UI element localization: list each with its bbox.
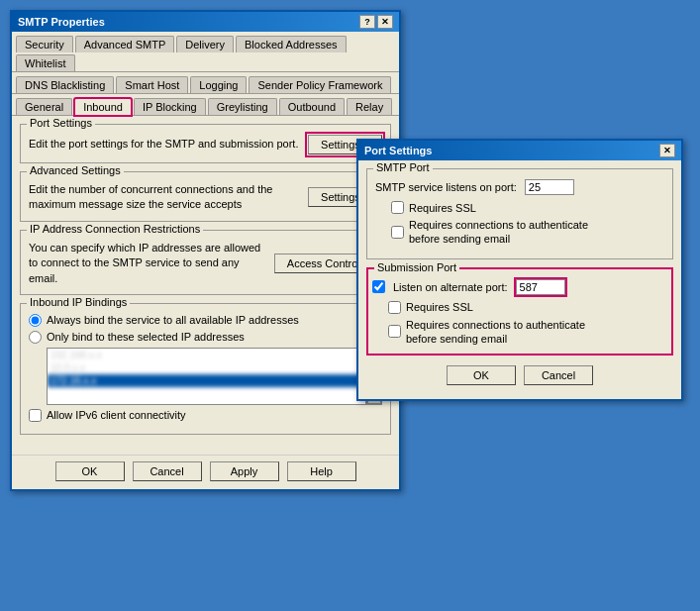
ipv6-checkbox[interactable]: [29, 409, 42, 422]
ip-listbox-container: 192.168.x.x 10.0.x.x 172.16.x.x ▲ ▼: [47, 348, 382, 405]
radio-all-label: Always bind the service to all available…: [47, 314, 299, 326]
smtp-port-group-title: SMTP Port: [373, 161, 433, 173]
submission-ssl-label: Requires SSL: [406, 301, 473, 313]
smtp-port-label: SMTP service listens on port:: [375, 181, 517, 193]
tab-sender-policy[interactable]: Sender Policy Framework: [249, 76, 391, 93]
port-settings-group-title: Port Settings: [27, 117, 95, 129]
smtp-ssl-row: Requires SSL: [391, 201, 664, 214]
advanced-settings-group: Advanced Settings Edit the number of con…: [20, 171, 391, 222]
smtp-auth-checkbox[interactable]: [391, 226, 404, 239]
ip-bindings-title: Inbound IP Bindings: [27, 296, 130, 308]
advanced-settings-title: Advanced Settings: [27, 164, 124, 176]
ip-restrictions-group: IP Address Connection Restrictions You c…: [20, 230, 391, 295]
smtp-auth-label: Requires connections to authenticate bef…: [409, 218, 607, 247]
help-button[interactable]: ?: [359, 15, 375, 29]
tabs-row-2: DNS Blacklisting Smart Host Logging Send…: [12, 72, 399, 94]
smtp-port-content: SMTP service listens on port: Requires S…: [375, 179, 664, 247]
smtp-ssl-checkbox[interactable]: [391, 201, 404, 214]
tab-outbound[interactable]: Outbound: [279, 98, 345, 115]
bottom-buttons: OK Cancel Apply Help: [12, 455, 399, 489]
dialog-ok-button[interactable]: OK: [447, 365, 516, 385]
port-settings-description: Edit the port settings for the SMTP and …: [29, 137, 300, 152]
tab-dns-blacklisting[interactable]: DNS Blacklisting: [16, 76, 114, 93]
tab-smart-host[interactable]: Smart Host: [116, 76, 188, 93]
tab-security[interactable]: Security: [16, 36, 73, 52]
submission-port-group: Submission Port Listen on alternate port…: [366, 267, 673, 356]
ipv6-label: Allow IPv6 client connectivity: [47, 409, 186, 421]
close-button[interactable]: ✕: [377, 15, 393, 29]
cancel-button[interactable]: Cancel: [133, 461, 202, 481]
submission-port-group-title: Submission Port: [374, 261, 459, 273]
title-bar-buttons: ? ✕: [359, 15, 393, 29]
tab-logging[interactable]: Logging: [190, 76, 247, 93]
submission-port-content: Listen on alternate port: Requires SSL R…: [372, 279, 667, 347]
smtp-properties-window: SMTP Properties ? ✕ Security Advanced SM…: [10, 10, 401, 491]
dialog-cancel-button[interactable]: Cancel: [524, 365, 593, 385]
port-settings-content: SMTP Port SMTP service listens on port: …: [358, 160, 681, 399]
submission-auth-row: Requires connections to authenticate bef…: [388, 318, 667, 347]
ip-bindings-content: Always bind the service to all available…: [29, 314, 382, 422]
ip-restrictions-title: IP Address Connection Restrictions: [27, 223, 203, 235]
apply-button[interactable]: Apply: [210, 461, 279, 481]
help-bottom-button[interactable]: Help: [287, 461, 356, 481]
ip-list-item-2[interactable]: 10.0.x.x: [48, 361, 365, 374]
port-settings-dialog-title: Port Settings: [364, 145, 432, 156]
ip-bindings-group: Inbound IP Bindings Always bind the serv…: [20, 303, 391, 435]
port-dialog-title-buttons: ✕: [659, 144, 675, 157]
port-settings-dialog: Port Settings ✕ SMTP Port SMTP service l…: [356, 139, 683, 401]
radio-all-input[interactable]: [29, 314, 42, 327]
tab-whitelist[interactable]: Whitelist: [16, 54, 75, 71]
tabs-row-3: General Inbound IP Blocking Greylisting …: [12, 94, 399, 116]
ip-list-item-1[interactable]: 192.168.x.x: [48, 349, 365, 361]
port-dialog-close-button[interactable]: ✕: [659, 144, 675, 157]
smtp-port-group: SMTP Port SMTP service listens on port: …: [366, 168, 673, 259]
tab-delivery[interactable]: Delivery: [176, 36, 234, 52]
ip-listbox[interactable]: 192.168.x.x 10.0.x.x 172.16.x.x: [47, 348, 366, 405]
submission-port-input[interactable]: [516, 279, 565, 295]
radio-all-addresses: Always bind the service to all available…: [29, 314, 382, 327]
smtp-auth-row: Requires connections to authenticate bef…: [391, 218, 664, 247]
dialog-ok-cancel: OK Cancel: [366, 365, 673, 391]
submission-port-row: Listen on alternate port:: [372, 279, 667, 295]
submission-listen-checkbox[interactable]: [372, 280, 385, 293]
ip-restrictions-content: You can specify which IP addresses are a…: [29, 241, 382, 286]
ok-button[interactable]: OK: [55, 461, 125, 481]
submission-auth-checkbox[interactable]: [388, 325, 401, 338]
advanced-settings-description: Edit the number of concurrent connection…: [29, 182, 300, 213]
submission-auth-label: Requires connections to authenticate bef…: [406, 318, 604, 347]
tab-advanced-smtp[interactable]: Advanced SMTP: [75, 36, 175, 52]
tab-relay[interactable]: Relay: [347, 98, 392, 115]
advanced-settings-content: Edit the number of concurrent connection…: [29, 182, 382, 213]
tab-greylisting[interactable]: Greylisting: [208, 98, 277, 115]
radio-selected-addresses: Only bind to these selected IP addresses: [29, 331, 382, 344]
ip-restrictions-description: You can specify which IP addresses are a…: [29, 241, 266, 286]
submission-ssl-row: Requires SSL: [388, 301, 667, 314]
port-settings-content: Edit the port settings for the SMTP and …: [29, 135, 382, 154]
smtp-ssl-label: Requires SSL: [409, 202, 476, 214]
tab-blocked-addresses[interactable]: Blocked Addresses: [236, 36, 347, 52]
tabs-row-1: Security Advanced SMTP Delivery Blocked …: [12, 32, 399, 72]
smtp-window-title: SMTP Properties: [18, 16, 105, 28]
tab-general[interactable]: General: [16, 98, 72, 115]
smtp-title-bar: SMTP Properties ? ✕: [12, 12, 399, 32]
port-settings-group: Port Settings Edit the port settings for…: [20, 124, 391, 163]
radio-selected-label: Only bind to these selected IP addresses: [47, 331, 245, 343]
submission-listen-label: Listen on alternate port:: [393, 281, 508, 293]
smtp-port-row: SMTP service listens on port:: [375, 179, 664, 195]
smtp-port-input[interactable]: [525, 179, 574, 195]
submission-ssl-checkbox[interactable]: [388, 301, 401, 314]
port-settings-title-bar: Port Settings ✕: [358, 141, 681, 160]
ip-list-item-3[interactable]: 172.16.x.x: [48, 374, 365, 387]
tab-ip-blocking[interactable]: IP Blocking: [134, 98, 206, 115]
radio-selected-input[interactable]: [29, 331, 42, 344]
ipv6-checkbox-row: Allow IPv6 client connectivity: [29, 409, 382, 422]
tab-inbound[interactable]: Inbound: [74, 98, 132, 116]
inbound-tab-content: Port Settings Edit the port settings for…: [12, 116, 399, 451]
